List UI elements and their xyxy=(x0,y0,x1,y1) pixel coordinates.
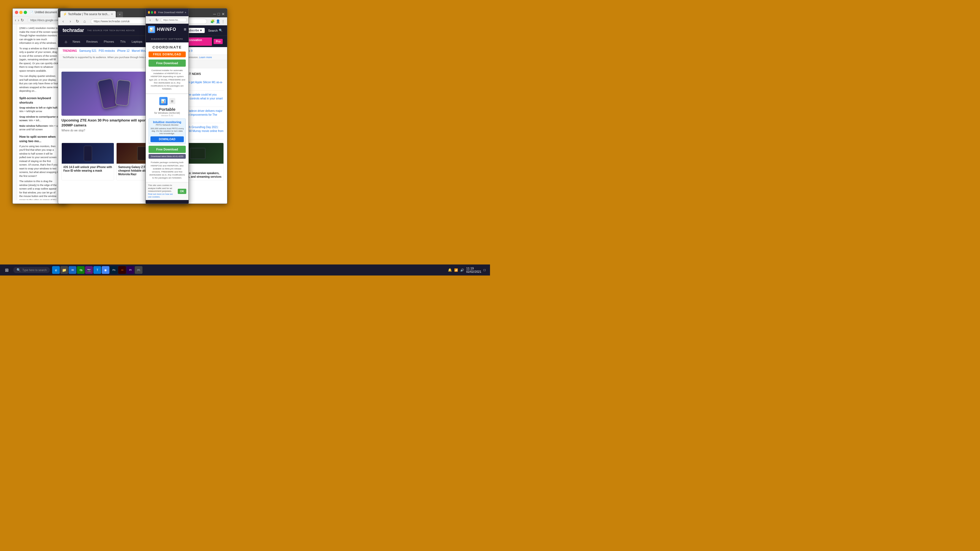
hwinfo-address-bar[interactable]: https://www.hw... xyxy=(161,18,187,22)
hwinfo-section2: 📊 ⊞ Portable for Windows (32/64-bit) Ver… xyxy=(146,94,188,182)
download-beta-button[interactable]: Download latest Beta v6.41-4255 xyxy=(148,154,186,159)
free-download-green-button-2[interactable]: Free Download xyxy=(148,146,186,153)
techradar-favicon: ⚡ xyxy=(63,13,67,16)
taskbar-icon-chrome[interactable]: ◉ xyxy=(102,266,110,274)
back-btn[interactable]: ‹ xyxy=(60,19,66,24)
win-maximize-icon[interactable]: □ xyxy=(218,12,220,16)
forward-btn[interactable]: › xyxy=(67,19,73,24)
user-icon[interactable]: 👤 xyxy=(216,19,220,24)
home-btn[interactable]: ⌂ xyxy=(82,19,88,24)
nav-phones[interactable]: Phones xyxy=(101,38,117,46)
taskbar-volume-icon[interactable]: 🔊 xyxy=(460,268,464,272)
taskbar-date: 02/02/2021 xyxy=(466,270,482,273)
trending-samsung[interactable]: Samsung S21 xyxy=(79,49,97,52)
hwinfo-section1-desc: Combined installer for automatic install… xyxy=(148,69,186,91)
tv-icon xyxy=(190,148,205,159)
maximize-button[interactable] xyxy=(24,11,27,14)
close-button[interactable] xyxy=(15,11,18,14)
taskbar-wifi-icon[interactable]: 📶 xyxy=(454,268,458,272)
techradar-site-header: techradar THE SOURCE FOR TECH BUYING ADV… xyxy=(58,25,227,35)
browser-address-bar-row: ‹ › ↻ ⌂ https://www.techradar.com/uk 🧩 👤… xyxy=(58,17,227,25)
docs-tab-title: Untitled document xyxy=(35,11,57,14)
cookie-ok-button[interactable]: OK xyxy=(178,189,186,194)
active-browser-tab[interactable]: ⚡ TechRadar | The source for tech... ✕ xyxy=(60,11,116,17)
hwinfo-maximize-button[interactable] xyxy=(151,11,153,14)
window-techradar: ⚡ TechRadar | The source for tech... ✕ +… xyxy=(58,8,228,204)
learn-more-link[interactable]: Learn more xyxy=(199,56,212,59)
hwinfo-close-button[interactable] xyxy=(154,11,156,14)
nav-news[interactable]: News xyxy=(70,38,83,46)
free-download-green-button-1[interactable]: Free Download xyxy=(148,59,186,67)
portable-title: Portable xyxy=(148,107,186,111)
portable-for-text: for Windows (32/64-bit) xyxy=(148,111,186,114)
taskbar-show-desktop-icon[interactable]: □ xyxy=(484,268,485,272)
start-button[interactable]: ⊞ xyxy=(2,265,11,275)
forward-button[interactable]: › xyxy=(18,17,19,23)
trending-ps5[interactable]: PS5 restocks xyxy=(99,49,115,52)
docs-heading2: How to split screen when using two mo... xyxy=(19,135,59,143)
hwinfo-app-name: HWiNFO xyxy=(157,27,177,32)
coordinate-label: COORDINATE xyxy=(148,45,186,49)
article-card-1-title: iOS 14.5 will unlock your iPhone with Fa… xyxy=(64,165,112,173)
nav-tvs[interactable]: TVs xyxy=(118,38,129,46)
cookie-find-out-link[interactable]: Find out more on how we use cookies. xyxy=(148,193,173,198)
hwinfo-hamburger-icon[interactable]: ≡ xyxy=(184,27,186,32)
phone-image-secondary xyxy=(115,79,130,106)
taskbar-time-date: 11:19 02/02/2021 xyxy=(466,267,482,273)
extensions-icon[interactable]: 🧩 xyxy=(210,19,215,24)
taskbar-icon-teams[interactable]: T xyxy=(94,266,101,274)
hwinfo-reload-btn[interactable]: ↻ xyxy=(154,17,159,22)
taskbar-icon-pr[interactable]: Pr xyxy=(127,266,134,274)
trending-iphone[interactable]: iPhone 12 xyxy=(117,49,129,52)
taskbar-icon-edge[interactable]: e xyxy=(52,266,60,274)
techradar-logo: techradar xyxy=(62,27,84,33)
hwinfo-new-tab-icon[interactable]: + xyxy=(185,11,186,14)
download-blue-button[interactable]: DOWNLOAD xyxy=(151,137,184,142)
taskbar: ⊞ 🔍 Type here to search e 📁 ✉ 🛍 📷 T ◉ Ps… xyxy=(0,265,490,275)
docs-favicon: 📄 xyxy=(30,11,33,14)
shortcut2-value: Win + left... xyxy=(29,119,41,122)
hwinfo-tab-label: Free Download HWiNFO Softw... xyxy=(158,11,183,14)
hwinfo-back-btn[interactable]: ‹ xyxy=(148,17,153,22)
taskbar-icon-ps[interactable]: Ps xyxy=(110,266,118,274)
win-minimize-icon[interactable]: ─ xyxy=(213,12,216,16)
reload-btn[interactable]: ↻ xyxy=(75,19,80,24)
more-options-icon[interactable]: ⋮ xyxy=(221,19,225,24)
docs-intro-text3: You can display quarter-windows and half… xyxy=(19,75,59,93)
taskbar-search[interactable]: 🔍 Type here to search xyxy=(13,267,50,273)
pro-badge[interactable]: Pro xyxy=(213,39,223,44)
hwinfo-minimize-button[interactable] xyxy=(148,11,150,14)
docs-para2: The solution to this is drag the window … xyxy=(19,179,59,200)
taskbar-icon-store[interactable]: 🛍 xyxy=(77,266,84,274)
article-card-1[interactable]: iOS 14.5 will unlock your iPhone with Fa… xyxy=(62,143,114,181)
window-controls: ─ □ ✕ xyxy=(213,12,225,17)
phone-image-main xyxy=(97,78,118,110)
hwinfo-subtitle-text: Diagnostic Software xyxy=(151,38,183,40)
win-close-icon[interactable]: ✕ xyxy=(221,12,225,16)
nav-laptops[interactable]: Laptops xyxy=(129,38,145,46)
search-trigger[interactable]: Search 🔍 xyxy=(208,29,223,32)
free-download-orange-button[interactable]: FREE DOWNLOAD xyxy=(148,51,186,57)
taskbar-icon-explorer[interactable]: 📁 xyxy=(60,266,68,274)
shortcut3-label: Make window fullscreen: xyxy=(19,124,48,127)
taskbar-right: 🔔 📶 🔊 11:19 02/02/2021 □ xyxy=(448,267,488,273)
tab-close-icon[interactable]: ✕ xyxy=(111,13,113,16)
browser-titlebar: ⚡ TechRadar | The source for tech... ✕ +… xyxy=(58,8,227,17)
article-card-1-image xyxy=(62,143,114,164)
docs-sidebar xyxy=(13,24,17,200)
minimize-button[interactable] xyxy=(19,11,22,14)
hwinfo-site-subtitle: Diagnostic Software xyxy=(146,35,188,43)
taskbar-icon-photos[interactable]: 📷 xyxy=(85,266,93,274)
nav-reviews[interactable]: Reviews xyxy=(83,38,100,46)
ad-placeholder xyxy=(58,60,227,68)
taskbar-notification-icon[interactable]: 🔔 xyxy=(448,268,452,272)
taskbar-icon-ai[interactable]: Ai xyxy=(118,266,126,274)
browser-tab-label: TechRadar | The source for tech... xyxy=(68,13,110,16)
portable-icons-row: 📊 ⊞ xyxy=(148,97,186,105)
taskbar-icon-mail[interactable]: ✉ xyxy=(68,266,76,274)
reload-button[interactable]: ↻ xyxy=(21,17,24,23)
taskbar-icon-game[interactable]: 🎮 xyxy=(135,266,143,274)
home-nav-icon[interactable]: ⌂ xyxy=(62,38,69,46)
new-tab-button[interactable]: + xyxy=(117,11,123,17)
back-button[interactable]: ‹ xyxy=(15,17,16,23)
